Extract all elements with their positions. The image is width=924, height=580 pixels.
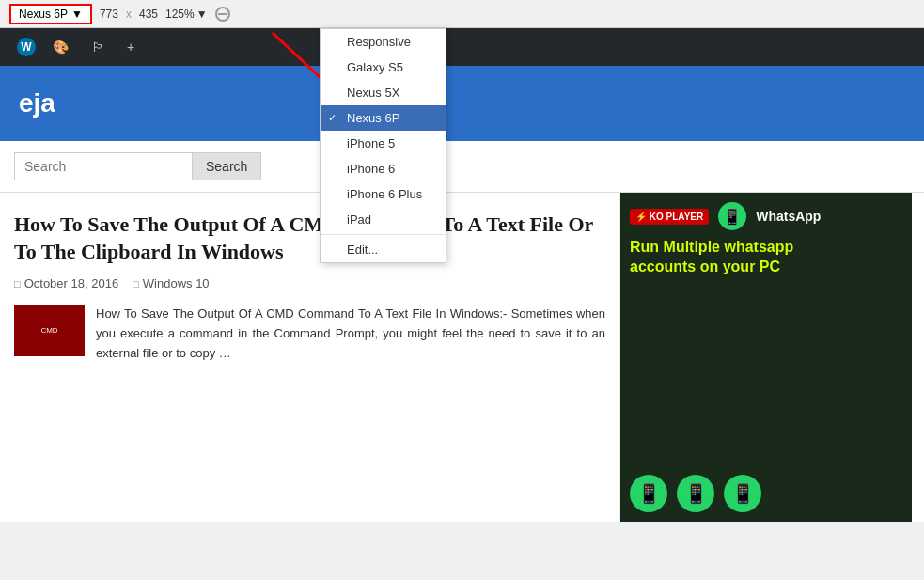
site-title: eja xyxy=(19,88,55,118)
dropdown-item-iphone-6[interactable]: iPhone 6 xyxy=(321,156,446,181)
iphone-5-label: iPhone 5 xyxy=(347,136,395,150)
article-category: □ Windows 10 xyxy=(133,276,209,290)
nexus-6p-label: Nexus 6P xyxy=(347,111,399,125)
calendar-icon: □ xyxy=(14,278,21,290)
dropdown-item-iphone-5[interactable]: iPhone 5 xyxy=(321,131,446,156)
sidebar-ad-area: ⚡ KO PLAYER 📱 WhatsApp Run Multiple what… xyxy=(620,193,912,522)
responsive-label: Responsive xyxy=(347,35,411,49)
search-input[interactable] xyxy=(14,152,193,180)
device-selector-button[interactable]: Nexus 6P ▼ xyxy=(9,4,92,24)
category-icon: □ xyxy=(133,278,139,290)
iphone-6-plus-label: iPhone 6 Plus xyxy=(347,187,422,201)
admin-feedback-button[interactable]: 🏳 xyxy=(82,30,117,64)
customize-icon: 🎨 xyxy=(53,39,69,55)
width-value: 773 xyxy=(100,8,118,21)
top-toolbar: Nexus 6P ▼ 773 x 435 125% ▼ xyxy=(0,0,924,28)
whatsapp-icon-2: 📱 xyxy=(677,475,714,512)
device-dropdown-menu: Responsive Galaxy S5 Nexus 5X ✓ Nexus 6P… xyxy=(320,28,446,263)
admin-customize-button[interactable]: 🎨 xyxy=(43,30,82,64)
dropdown-item-nexus-6p[interactable]: ✓ Nexus 6P xyxy=(321,105,446,131)
ko-player-text: ⚡ KO PLAYER xyxy=(635,212,703,222)
height-value: 435 xyxy=(139,8,158,21)
dropdown-item-iphone-6-plus[interactable]: iPhone 6 Plus xyxy=(321,181,446,207)
zoom-level: 125% ▼ xyxy=(165,8,208,21)
site-header: eja xyxy=(0,66,924,141)
dropdown-item-responsive[interactable]: Responsive xyxy=(321,29,446,55)
device-label: Nexus 6P xyxy=(19,8,68,21)
galaxy-s5-label: Galaxy S5 xyxy=(347,60,403,74)
nexus-5x-label: Nexus 5X xyxy=(347,86,399,100)
ad-whatsapp-icons: 📱 📱 📱 xyxy=(630,465,902,512)
check-icon: ✓ xyxy=(328,112,337,124)
article-date: □ October 18, 2016 xyxy=(14,276,118,290)
iphone-6-label: iPhone 6 xyxy=(347,162,395,176)
whatsapp-brand: WhatsApp xyxy=(756,209,821,224)
ad-text: Run Multiple whatsapp accounts on your P… xyxy=(630,238,902,277)
dropdown-divider xyxy=(321,234,446,235)
whatsapp-logo: 📱 xyxy=(718,202,746,230)
ipad-label: iPad xyxy=(347,212,371,227)
zoom-arrow-icon: ▼ xyxy=(196,8,208,21)
ad-header: ⚡ KO PLAYER 📱 WhatsApp xyxy=(630,202,902,230)
wp-logo-button[interactable]: W xyxy=(9,30,43,64)
ko-player-logo: ⚡ KO PLAYER xyxy=(630,209,709,225)
wp-admin-bar: W 🎨 🏳 + xyxy=(0,28,924,66)
dropdown-item-ipad[interactable]: iPad xyxy=(321,207,446,232)
article-excerpt: How To Save The Output Of A CMD Command … xyxy=(96,305,605,363)
search-bar: Search xyxy=(0,141,924,193)
whatsapp-icon: 📱 xyxy=(723,208,742,226)
main-content: How To Save The Output Of A CMD Command … xyxy=(0,193,924,522)
wordpress-logo: W xyxy=(17,38,36,56)
dropdown-arrow-icon: ▼ xyxy=(71,8,83,21)
admin-new-button[interactable]: + xyxy=(117,30,148,64)
cross-separator: x xyxy=(126,8,132,21)
article-title: How To Save The Output Of A CMD Command … xyxy=(14,212,605,265)
dropdown-item-galaxy-s5[interactable]: Galaxy S5 xyxy=(321,55,446,80)
dropdown-item-edit[interactable]: Edit... xyxy=(321,237,446,262)
no-entry-icon xyxy=(215,7,230,22)
article-area: How To Save The Output Of A CMD Command … xyxy=(0,193,620,522)
thumb-text: CMD xyxy=(40,326,57,335)
whatsapp-icon-3: 📱 xyxy=(724,475,761,512)
edit-label: Edit... xyxy=(347,243,378,257)
article-body: CMD How To Save The Output Of A CMD Comm… xyxy=(14,305,605,363)
feedback-icon: 🏳 xyxy=(91,39,104,55)
search-button[interactable]: Search xyxy=(193,152,261,180)
dropdown-item-nexus-5x[interactable]: Nexus 5X xyxy=(321,80,446,105)
article-thumbnail: CMD xyxy=(14,305,85,356)
article-meta: □ October 18, 2016 □ Windows 10 xyxy=(14,276,605,290)
whatsapp-icon-1: 📱 xyxy=(630,475,667,512)
plus-icon: + xyxy=(127,39,134,55)
